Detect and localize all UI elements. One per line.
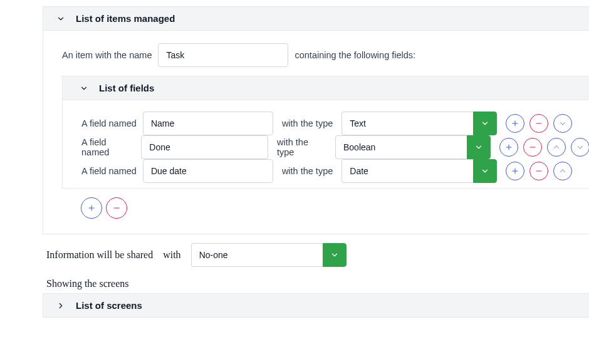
move-field-down-button[interactable] [571,138,589,157]
remove-item-button[interactable] [106,197,127,219]
item-actions [62,189,589,221]
field-name-label: A field named [81,166,137,176]
add-field-button[interactable] [506,114,524,133]
fields-panel-title: List of fields [99,83,154,93]
field-row: A field named with the type Date [81,159,589,183]
item-suffix-label: containing the following fields: [294,50,415,60]
field-row-actions [499,138,589,157]
field-name-input[interactable] [143,112,273,135]
field-type-select[interactable]: Boolean [335,135,491,159]
field-type-dropdown-button[interactable] [473,112,497,135]
remove-field-button[interactable] [523,138,542,157]
screens-heading: Showing the screens [43,271,589,293]
field-type-select[interactable]: Date [341,159,497,183]
item-name-input[interactable] [158,43,288,67]
add-field-button[interactable] [506,162,524,180]
chevron-down-icon [79,83,89,93]
move-field-down-button[interactable] [553,114,572,133]
field-type-label: with the type [278,118,336,128]
screens-panel-title: List of screens [76,300,142,311]
field-type-label: with the type [278,166,336,176]
field-name-label: A field named [81,137,135,157]
fields-panel: List of fields A field named with the ty… [62,76,589,189]
field-type-value: Boolean [335,135,467,159]
screens-panel: List of screens [43,293,589,318]
share-select-value: No-one [191,243,323,267]
items-panel: List of items managed An item with the n… [43,6,589,234]
field-type-label: with the type [273,137,330,157]
remove-field-button[interactable] [529,114,548,133]
field-name-label: A field named [81,118,137,128]
move-field-up-button[interactable] [547,138,566,157]
share-row: Information will be shared with No-one [43,234,589,271]
share-select[interactable]: No-one [191,243,347,267]
share-with-label: with [163,249,180,261]
field-type-value: Date [341,159,473,183]
item-name-row: An item with the name containing the fol… [62,43,589,67]
field-type-value: Text [341,112,473,135]
field-type-dropdown-button[interactable] [473,159,497,183]
item-prefix-label: An item with the name [62,50,152,60]
fields-panel-header[interactable]: List of fields [63,76,589,100]
field-name-input[interactable] [143,159,273,183]
share-dropdown-button[interactable] [323,243,347,267]
field-row: A field named with the type Text [81,112,589,135]
chevron-right-icon [56,301,66,311]
items-panel-header[interactable]: List of items managed [43,7,589,31]
add-item-button[interactable] [81,197,102,219]
field-type-select[interactable]: Text [341,112,497,135]
field-type-dropdown-button[interactable] [467,135,491,159]
field-name-input[interactable] [141,135,268,159]
field-row-actions [506,162,572,180]
field-row-actions [506,114,572,133]
items-panel-body: An item with the name containing the fol… [43,31,589,234]
remove-field-button[interactable] [529,162,548,180]
add-field-button[interactable] [499,138,518,157]
items-panel-title: List of items managed [76,13,175,24]
chevron-down-icon [56,14,66,24]
share-prefix-label: Information will be shared [46,249,153,261]
field-row: A field named with the type Boolean [81,135,589,159]
screens-panel-header[interactable]: List of screens [43,294,589,317]
move-field-up-button[interactable] [553,162,572,180]
fields-panel-body: A field named with the type Text [63,100,589,188]
